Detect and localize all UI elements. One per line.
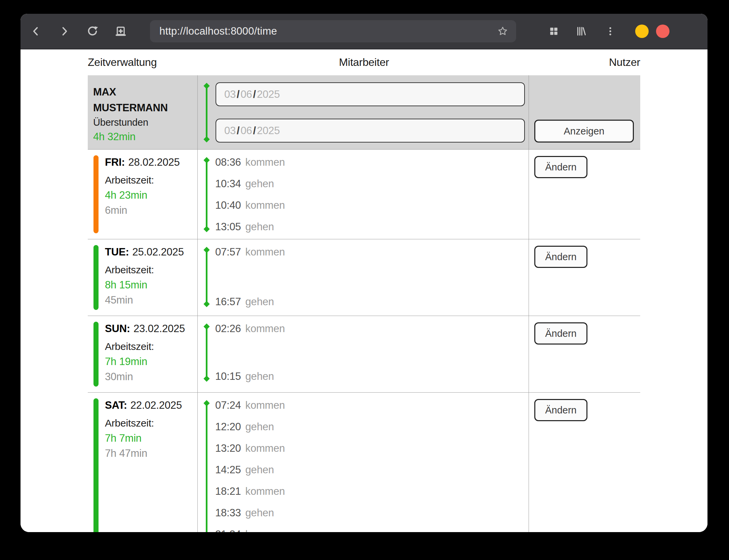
- reload-icon: [86, 25, 99, 37]
- day-row: FRI:28.02.2025 Arbeitszeit: 4h 23min 6mi…: [88, 150, 640, 239]
- menu-kebab-icon: [605, 26, 616, 37]
- url-text: http://localhost:8000/time: [159, 25, 495, 37]
- times-cell: 08:36kommen10:34gehen10:40kommen13:05geh…: [198, 150, 529, 239]
- status-bar: [93, 155, 99, 233]
- time-entry: 18:33gehen: [215, 502, 529, 524]
- day-label: SUN:: [105, 323, 130, 334]
- row-action-cell: Ändern: [529, 393, 640, 532]
- times-cell: 07:24kommen12:20gehen13:20kommen14:25geh…: [198, 393, 529, 532]
- nav-item-nutzer[interactable]: Nutzer: [609, 56, 640, 69]
- time-entry: 07:24kommen: [215, 395, 529, 416]
- times-list: 07:57kommen16:57gehen: [198, 241, 529, 313]
- time-value: 21:34: [215, 528, 241, 532]
- times-list: 02:26kommen10:15gehen: [198, 318, 529, 387]
- day-date-line: FRI:28.02.2025: [105, 155, 195, 170]
- day-row: TUE:25.02.2025 Arbeitszeit: 8h 15min 45m…: [88, 239, 640, 316]
- time-type: kommen: [245, 323, 285, 335]
- forward-button[interactable]: [54, 21, 74, 41]
- time-value: 13:05: [215, 221, 241, 233]
- times-cell: 07:57kommen16:57gehen: [198, 239, 529, 316]
- time-type: gehen: [245, 464, 274, 476]
- break-time-value: 30min: [105, 369, 195, 384]
- time-value: 10:40: [215, 199, 241, 211]
- apps-grid-button[interactable]: [544, 21, 564, 41]
- worktime-label: Arbeitszeit:: [105, 172, 195, 188]
- time-entry: 21:34kommen: [215, 524, 529, 532]
- screenshot-stage: http://localhost:8000/time: [0, 0, 729, 560]
- change-button[interactable]: Ändern: [534, 246, 587, 268]
- day-label: SAT:: [105, 399, 127, 411]
- time-type: kommen: [245, 485, 285, 497]
- time-entry: 18:21kommen: [215, 481, 529, 502]
- time-type: gehen: [245, 178, 274, 190]
- back-button[interactable]: [26, 21, 46, 41]
- worktime-label: Arbeitszeit:: [105, 262, 195, 277]
- time-value: 16:57: [215, 296, 241, 308]
- date-to-day: 06: [241, 125, 252, 137]
- time-entry: 07:57kommen: [215, 241, 529, 263]
- timeline-indicator: [206, 326, 207, 379]
- status-bar: [93, 398, 99, 532]
- summary-action-cell: Anzeigen: [529, 75, 640, 149]
- date-from-input[interactable]: 03/06/2025: [216, 82, 525, 106]
- change-button[interactable]: Ändern: [534, 322, 587, 345]
- status-bar: [93, 245, 99, 310]
- employee-name-line2: MUSTERMANN: [93, 100, 195, 116]
- new-tab-button[interactable]: [111, 21, 131, 41]
- library-icon: [575, 26, 587, 37]
- overtime-value: 4h 32min: [93, 129, 195, 144]
- menu-button[interactable]: [600, 21, 620, 41]
- day-label: FRI:: [105, 156, 125, 168]
- time-type: kommen: [245, 156, 285, 168]
- time-value: 08:36: [215, 156, 241, 168]
- time-entry: 13:20kommen: [215, 438, 529, 459]
- employee-name-line1: MAX: [93, 84, 195, 100]
- time-entry: 12:20gehen: [215, 416, 529, 438]
- worktime-value: 8h 15min: [105, 277, 195, 292]
- time-type: kommen: [245, 199, 285, 211]
- day-label: TUE:: [105, 246, 129, 258]
- nav-item-zeitverwaltung[interactable]: Zeitverwaltung: [88, 56, 339, 69]
- show-button[interactable]: Anzeigen: [534, 120, 634, 143]
- time-value: 10:15: [215, 370, 241, 383]
- worktime-label: Arbeitszeit:: [105, 339, 195, 354]
- worktime-label: Arbeitszeit:: [105, 415, 195, 431]
- date-value: 23.02.2025: [133, 323, 185, 334]
- time-value: 12:20: [215, 421, 241, 433]
- time-entry: 14:25gehen: [215, 459, 529, 481]
- time-type: kommen: [245, 399, 285, 411]
- break-time-value: 6min: [105, 203, 195, 218]
- change-button[interactable]: Ändern: [534, 156, 587, 178]
- time-app-page: Zeitverwaltung Mitarbeiter Nutzer MAX MU…: [21, 49, 707, 532]
- worktime-value: 7h 7min: [105, 431, 195, 446]
- window-minimize-button[interactable]: [635, 25, 649, 38]
- url-bar[interactable]: http://localhost:8000/time: [150, 20, 516, 42]
- time-value: 14:25: [215, 464, 241, 476]
- time-entry: 08:36kommen: [215, 152, 529, 173]
- library-button[interactable]: [571, 21, 591, 41]
- time-type: gehen: [245, 221, 274, 233]
- nav-item-mitarbeiter[interactable]: Mitarbeiter: [339, 56, 389, 69]
- browser-toolbar: http://localhost:8000/time: [21, 14, 707, 49]
- date-to-input[interactable]: 03/06/2025: [216, 119, 525, 143]
- bookmark-button[interactable]: [495, 23, 511, 39]
- date-to-month: 03: [224, 125, 236, 137]
- worktime-value: 7h 19min: [105, 354, 195, 369]
- date-value: 25.02.2025: [132, 246, 184, 258]
- window-close-button[interactable]: [656, 25, 669, 38]
- timeline-indicator: [206, 160, 207, 229]
- change-button[interactable]: Ändern: [534, 399, 587, 421]
- break-time-value: 7h 47min: [105, 446, 195, 461]
- date-range-cell: 03/06/2025 03/06/2025: [198, 75, 529, 149]
- forward-icon: [59, 26, 70, 37]
- times-list: 08:36kommen10:34gehen10:40kommen13:05geh…: [198, 152, 529, 238]
- day-summary-cell: FRI:28.02.2025 Arbeitszeit: 4h 23min 6mi…: [88, 150, 198, 239]
- apps-grid-icon: [548, 26, 559, 37]
- row-action-cell: Ändern: [529, 316, 640, 392]
- day-summary-cell: SAT:22.02.2025 Arbeitszeit: 7h 7min 7h 4…: [88, 393, 198, 532]
- timeline-indicator: [206, 403, 207, 532]
- row-action-cell: Ändern: [529, 150, 640, 239]
- reload-button[interactable]: [82, 21, 103, 41]
- day-summary-cell: TUE:25.02.2025 Arbeitszeit: 8h 15min 45m…: [88, 239, 198, 316]
- date-value: 28.02.2025: [128, 156, 180, 168]
